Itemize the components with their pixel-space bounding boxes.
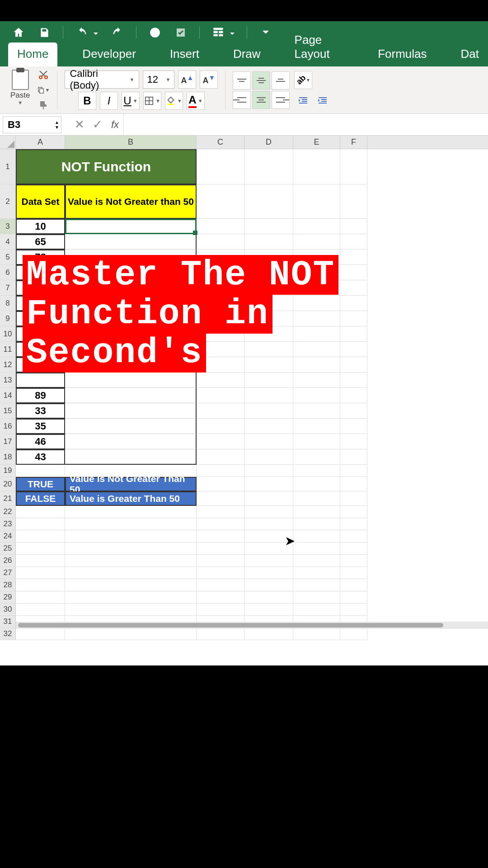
save-icon[interactable] [37, 25, 52, 40]
legend-false-text[interactable]: Value is Greater Than 50 [65, 491, 197, 506]
undo-icon[interactable] [75, 25, 89, 40]
tab-insert[interactable]: Insert [161, 42, 208, 66]
align-left[interactable] [233, 91, 251, 109]
align-bottom[interactable] [272, 71, 290, 90]
fill-color-button[interactable]: ▼ [165, 92, 183, 110]
paste-button[interactable]: Paste ▼ [7, 68, 33, 107]
format-painter-icon[interactable] [37, 99, 50, 112]
undo-dropdown-icon[interactable] [94, 30, 99, 35]
align-right[interactable] [272, 91, 290, 109]
overlay-text: Master The NOT Function in Second's [23, 256, 338, 372]
col-header-c[interactable]: C [197, 136, 244, 149]
select-all-corner[interactable] [0, 136, 16, 149]
data-cell[interactable] [65, 219, 197, 234]
font-color-button[interactable]: A▼ [187, 92, 205, 110]
horizontal-scrollbar[interactable] [16, 622, 488, 629]
cut-icon[interactable] [37, 68, 50, 81]
copy-icon[interactable]: ▼ [37, 84, 50, 96]
table-dropdown-icon[interactable] [230, 30, 235, 35]
svg-point-0 [150, 28, 160, 37]
data-cell[interactable]: 10 [16, 219, 65, 234]
name-box[interactable]: B3 ▲▼ [3, 116, 61, 133]
header-data-set[interactable]: Data Set [16, 184, 65, 219]
tab-draw[interactable]: Draw [224, 42, 270, 66]
cancel-icon[interactable]: ✕ [70, 118, 89, 132]
decrease-font-icon[interactable]: A▼ [200, 71, 218, 89]
cell-grid[interactable]: 1 NOT Function 2 Data Set Value is Not G… [0, 149, 488, 640]
enter-icon[interactable]: ✓ [89, 118, 107, 132]
header-value[interactable]: Value is Not Greater than 50 [65, 184, 197, 219]
tab-home[interactable]: Home [8, 42, 57, 66]
home-icon[interactable] [11, 25, 26, 40]
tab-data[interactable]: Dat [452, 42, 488, 66]
data-cell[interactable]: 65 [16, 234, 65, 250]
formula-input[interactable] [123, 114, 488, 135]
col-header-e[interactable]: E [293, 136, 340, 149]
underline-button[interactable]: U▼ [122, 92, 140, 110]
redo-icon[interactable] [110, 25, 125, 40]
font-size-select[interactable]: 12▼ [143, 71, 174, 89]
increase-indent-icon[interactable] [314, 91, 332, 109]
ribbon-tabs: Home Developer Insert Draw Page Layout F… [0, 44, 488, 66]
svg-rect-5 [40, 89, 44, 93]
col-header-d[interactable]: D [244, 136, 293, 149]
check-square-icon[interactable] [174, 25, 188, 40]
legend-true[interactable]: TRUE [16, 477, 65, 491]
tab-developer[interactable]: Developer [73, 42, 145, 66]
col-header-a[interactable]: A [16, 136, 65, 149]
alignment-group: ab▼ [233, 71, 332, 109]
align-top[interactable] [233, 71, 251, 90]
bold-button[interactable]: B [78, 92, 96, 110]
clipboard-icon [12, 70, 29, 90]
table-icon[interactable] [211, 25, 225, 40]
col-header-b[interactable]: B [65, 136, 197, 149]
fx-icon[interactable]: fx [111, 119, 119, 131]
tab-page-layout[interactable]: Page Layout [286, 28, 353, 66]
align-center[interactable] [252, 91, 270, 109]
font-group: Calibri (Body)▼ 12▼ A▲ A▼ B I U▼ ▼ ▼ A▼ [65, 71, 218, 110]
svg-rect-9 [168, 104, 174, 105]
row-header[interactable]: 3 [0, 219, 16, 234]
font-name-select[interactable]: Calibri (Body)▼ [65, 71, 139, 89]
row-header[interactable]: 5 [0, 250, 16, 265]
row-header[interactable]: 4 [0, 234, 16, 250]
align-middle[interactable] [252, 71, 270, 90]
legend-false[interactable]: FALSE [16, 491, 65, 506]
col-header-f[interactable]: F [340, 136, 367, 149]
italic-button[interactable]: I [100, 92, 118, 110]
spreadsheet: A B C D E F 1 NOT Function 2 Data Set Va… [0, 136, 488, 640]
legend-true-text[interactable]: Value is Not Greater Than 50 [65, 477, 197, 491]
quick-access-toolbar [0, 21, 488, 44]
row-header[interactable]: 2 [0, 184, 16, 219]
customize-toolbar-icon[interactable] [258, 25, 273, 40]
increase-font-icon[interactable]: A▲ [178, 71, 196, 89]
clipboard-group: Paste ▼ ▼ [7, 68, 50, 112]
orientation-button[interactable]: ab▼ [294, 71, 312, 89]
ribbon: Paste ▼ ▼ Calibri (Body)▼ 12▼ A▲ A▼ B I … [0, 66, 488, 114]
row-header[interactable]: 1 [0, 149, 16, 184]
title-cell[interactable]: NOT Function [16, 149, 197, 184]
mouse-cursor-icon: ➤ [285, 533, 295, 548]
borders-button[interactable]: ▼ [143, 92, 161, 110]
formula-bar: B3 ▲▼ ✕ ✓ fx [0, 114, 488, 136]
tab-formulas[interactable]: Formulas [369, 42, 436, 66]
scroll-thumb[interactable] [18, 623, 443, 627]
circle-icon[interactable] [148, 25, 162, 40]
decrease-indent-icon[interactable] [294, 91, 312, 109]
